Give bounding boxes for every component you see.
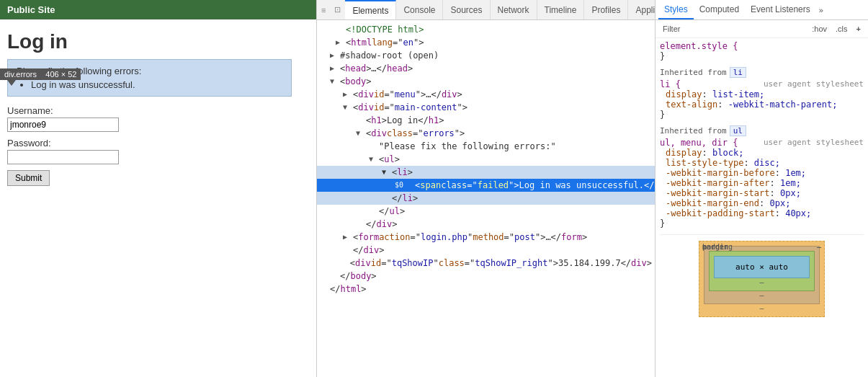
tab-console[interactable]: Console: [396, 0, 443, 19]
page-heading: Log in: [7, 30, 309, 53]
border-bottom: –: [709, 291, 815, 299]
tree-line[interactable]: </div>: [317, 218, 655, 231]
left-panel: Public Site Log in div.errors 406 × 52 P…: [0, 0, 317, 377]
devtools-panel: ≡ ⊡ Elements Console Sources Network Tim…: [317, 0, 656, 377]
tree-line-li[interactable]: ▼ <li>: [317, 166, 655, 179]
ua-label-ul: user agent stylesheet: [764, 138, 864, 147]
inherited-li-tag: li: [730, 67, 746, 78]
filter-add-button[interactable]: +: [854, 23, 864, 35]
inherited-from-ul-header: Inherited from ul: [660, 125, 864, 136]
box-model: margin – border – padding – auto × auto …: [660, 234, 864, 323]
tab-event-listeners[interactable]: Event Listeners: [745, 1, 816, 19]
tree-line[interactable]: </li>: [317, 192, 655, 205]
submit-button[interactable]: Submit: [7, 170, 50, 186]
padding-label: padding: [702, 243, 733, 251]
tab-application[interactable]: Application: [628, 0, 656, 19]
rule-li-block: display: list-item; text-align: -webkit-…: [666, 89, 864, 110]
tree-line[interactable]: </ul>: [317, 205, 655, 218]
style-prop: display: block;: [666, 148, 864, 158]
rule-selector: element.style {: [660, 41, 738, 51]
margin-bottom: –: [704, 304, 820, 312]
elements-tree: <!DOCTYPE html> ▶ <html lang="en" > ▶ #s…: [317, 20, 655, 377]
box-margin: margin – border – padding – auto × auto …: [699, 241, 825, 317]
error-item: Log in was unsuccessful.: [31, 79, 282, 90]
site-header: Public Site: [0, 0, 316, 19]
tab-elements[interactable]: Elements: [345, 0, 396, 19]
ua-label: user agent stylesheet: [764, 79, 864, 89]
site-title: Public Site: [7, 4, 55, 15]
style-prop: display: list-item;: [666, 89, 864, 99]
username-label: Username:: [7, 105, 309, 116]
tab-profiles[interactable]: Profiles: [584, 0, 628, 19]
box-model-container: margin – border – padding – auto × auto …: [699, 241, 825, 317]
tab-computed[interactable]: Computed: [694, 1, 745, 19]
padding-dash: –: [817, 243, 821, 251]
box-padding: padding – auto × auto –: [709, 251, 815, 291]
devtools-tab-bar: ≡ ⊡ Elements Console Sources Network Tim…: [317, 0, 655, 20]
element-badge: div.errors 406 × 52: [0, 68, 81, 80]
username-input[interactable]: [7, 117, 119, 132]
rule-li-selector: li {: [660, 79, 681, 89]
tree-line[interactable]: ▼ <div class="errors" >: [317, 127, 655, 140]
tab-more-icon[interactable]: »: [819, 6, 823, 14]
devtools-icon-left[interactable]: ≡: [317, 2, 330, 18]
tree-line[interactable]: </div>: [317, 244, 655, 257]
tab-timeline[interactable]: Timeline: [537, 0, 585, 19]
style-rule-ul: ul, menu, dir { user agent stylesheet di…: [660, 138, 864, 229]
tree-line[interactable]: </html>: [317, 283, 655, 296]
tree-line[interactable]: </body>: [317, 270, 655, 283]
tree-line[interactable]: ▼ <body>: [317, 75, 655, 88]
tree-line[interactable]: <!DOCTYPE html>: [317, 23, 655, 36]
style-prop: text-align: -webkit-match-parent;: [666, 99, 864, 110]
tab-styles[interactable]: Styles: [658, 1, 694, 19]
style-prop: -webkit-margin-before: 1em;: [666, 168, 864, 178]
inherited-from-li-header: Inherited from li: [660, 67, 864, 78]
box-border: border – padding – auto × auto – –: [704, 246, 820, 304]
tree-line[interactable]: ▶ <head>…</head>: [317, 62, 655, 75]
style-prop: -webkit-margin-start: 0px;: [666, 188, 864, 198]
style-prop: -webkit-margin-end: 0px;: [666, 198, 864, 208]
tree-line[interactable]: ▼ <ul>: [317, 153, 655, 166]
rule-ul-selector: ul, menu, dir {: [660, 138, 738, 148]
tree-line-span-selected[interactable]: $0 <span class="failed" >Log in was unsu…: [317, 179, 655, 192]
box-content: auto × auto: [714, 256, 810, 278]
padding-bottom: –: [714, 278, 810, 286]
inherited-ul-tag: ul: [730, 125, 746, 136]
styles-filter-bar: Filter :hov .cls +: [656, 20, 868, 38]
tree-line[interactable]: "Please fix the following errors:": [317, 140, 655, 153]
password-input[interactable]: [7, 150, 119, 164]
tree-line[interactable]: ▶ <html lang="en" >: [317, 36, 655, 49]
badge-size: 406 × 52: [45, 70, 76, 79]
tree-line[interactable]: ▶ <form action="login.php" method="post"…: [317, 231, 655, 244]
inherited-from-ul-label: Inherited from: [660, 126, 727, 136]
styles-tab-bar: Styles Computed Event Listeners »: [656, 0, 868, 20]
tree-line[interactable]: ▶ #shadow-root (open): [317, 49, 655, 62]
styles-panel: Styles Computed Event Listeners » Filter…: [656, 0, 868, 377]
style-rule-element: element.style { }: [660, 41, 864, 61]
tab-network[interactable]: Network: [491, 0, 537, 19]
rule-ul-block: display: block; list-style-type: disc; -…: [666, 148, 864, 218]
tree-line[interactable]: <h1>Log in</h1>: [317, 114, 655, 127]
styles-content: element.style { } Inherited from li li {…: [656, 38, 868, 377]
tree-line[interactable]: ▼ <div id="main-content" >: [317, 101, 655, 114]
filter-hov-button[interactable]: :hov: [809, 23, 830, 35]
password-label: Password:: [7, 138, 309, 148]
tab-sources[interactable]: Sources: [443, 0, 490, 19]
style-rule-li: li { user agent stylesheet display: list…: [660, 79, 864, 120]
box-content-label: auto × auto: [735, 262, 788, 272]
tree-line[interactable]: <div id="tqShowIP" class="tqShowIP_right…: [317, 257, 655, 270]
site-content: Log in div.errors 406 × 52 Please fix th…: [0, 19, 316, 197]
inherited-from-li-label: Inherited from: [660, 68, 727, 77]
style-prop: -webkit-margin-after: 1em;: [666, 178, 864, 188]
badge-selector: div.errors: [4, 70, 37, 79]
style-prop: -webkit-padding-start: 40px;: [666, 208, 864, 218]
styles-filter-input[interactable]: [686, 24, 806, 34]
style-prop: list-style-type: disc;: [666, 158, 864, 168]
filter-cls-button[interactable]: .cls: [833, 23, 851, 35]
devtools-icon-inspect[interactable]: ⊡: [330, 1, 345, 18]
tree-line[interactable]: ▶ <div id="menu" >…</div>: [317, 88, 655, 101]
filter-label: Filter: [660, 23, 683, 35]
